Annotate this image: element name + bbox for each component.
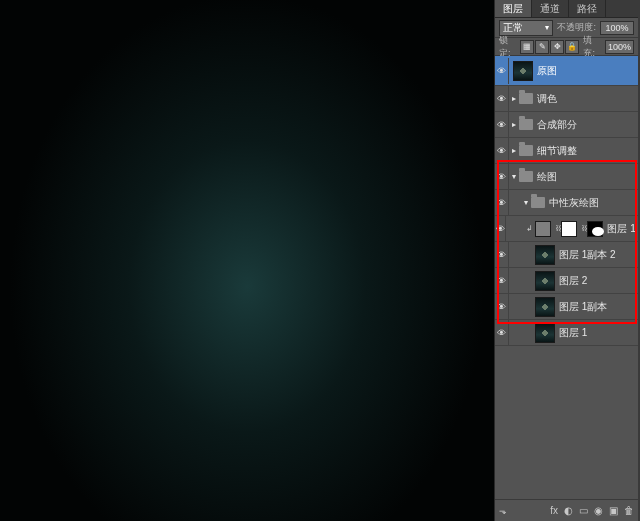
layer-thumbnail[interactable] bbox=[535, 323, 555, 343]
layer-original[interactable]: 👁 原图 bbox=[495, 56, 638, 86]
lock-transparent-icon[interactable]: ▦ bbox=[520, 40, 534, 54]
lock-pixels-icon[interactable]: ✎ bbox=[535, 40, 549, 54]
tab-paths[interactable]: 路径 bbox=[569, 0, 606, 17]
group-neutral-gray[interactable]: 👁 ▾ 中性灰绘图 bbox=[495, 190, 638, 216]
trash-icon[interactable]: 🗑 bbox=[624, 505, 634, 516]
folder-icon bbox=[519, 145, 533, 156]
folder-icon bbox=[519, 171, 533, 182]
layer-name[interactable]: 图层 2 bbox=[559, 274, 587, 288]
layer-list: 👁 原图 👁 ▸ 调色 👁 ▸ 合成部分 👁 ▸ 细节调整 👁 ▾ bbox=[495, 56, 638, 499]
group-icon[interactable]: ◉ bbox=[594, 505, 603, 516]
visibility-toggle[interactable]: 👁 bbox=[495, 112, 509, 138]
sublayer-1[interactable]: 👁 ↲ ⛓ ⛓ 图层 1... bbox=[495, 216, 638, 242]
fx-icon[interactable]: fx bbox=[550, 505, 558, 516]
layer-name[interactable]: 图层 1... bbox=[607, 222, 636, 236]
tab-channels[interactable]: 通道 bbox=[532, 0, 569, 17]
group-composite[interactable]: 👁 ▸ 合成部分 bbox=[495, 112, 638, 138]
lock-position-icon[interactable]: ✥ bbox=[550, 40, 564, 54]
layer-name[interactable]: 图层 1 bbox=[559, 326, 587, 340]
mask-thumbnail[interactable] bbox=[561, 221, 577, 237]
layer-thumbnail[interactable] bbox=[513, 61, 533, 81]
panel-tabs: 图层 通道 路径 bbox=[495, 0, 638, 18]
opacity-label: 不透明度: bbox=[557, 21, 596, 34]
visibility-toggle[interactable]: 👁 bbox=[495, 86, 509, 112]
group-name[interactable]: 中性灰绘图 bbox=[549, 196, 599, 210]
sublayer-4[interactable]: 👁 图层 1副本 bbox=[495, 294, 638, 320]
sublayer-3[interactable]: 👁 图层 2 bbox=[495, 268, 638, 294]
group-detail[interactable]: 👁 ▸ 细节调整 bbox=[495, 138, 638, 164]
visibility-toggle[interactable]: 👁 bbox=[495, 138, 509, 164]
visibility-toggle[interactable]: 👁 bbox=[495, 268, 509, 294]
panel-footer: ⬎ fx ◐ ▭ ◉ ▣ 🗑 bbox=[495, 499, 638, 521]
layer-name[interactable]: 图层 1副本 bbox=[559, 300, 607, 314]
layer-thumbnail[interactable] bbox=[535, 271, 555, 291]
tab-layers[interactable]: 图层 bbox=[495, 0, 532, 17]
folder-icon bbox=[531, 197, 545, 208]
visibility-toggle[interactable]: 👁 bbox=[495, 58, 509, 84]
disclosure-triangle[interactable]: ▾ bbox=[509, 172, 519, 181]
visibility-toggle[interactable]: 👁 bbox=[495, 190, 509, 216]
mask-thumbnail[interactable] bbox=[587, 221, 603, 237]
disclosure-triangle[interactable]: ▸ bbox=[509, 146, 519, 155]
sublayer-5[interactable]: 👁 图层 1 bbox=[495, 320, 638, 346]
layer-name[interactable]: 原图 bbox=[537, 64, 557, 78]
layer-name[interactable]: 图层 1副本 2 bbox=[559, 248, 616, 262]
lock-row: 锁定: ▦ ✎ ✥ 🔒 填充: 100% bbox=[495, 38, 638, 56]
group-name[interactable]: 调色 bbox=[537, 92, 557, 106]
visibility-toggle[interactable]: 👁 bbox=[495, 320, 509, 346]
disclosure-triangle[interactable]: ▾ bbox=[521, 198, 531, 207]
lock-all-icon[interactable]: 🔒 bbox=[565, 40, 579, 54]
clip-indicator-icon: ↲ bbox=[526, 224, 533, 233]
folder-icon bbox=[519, 93, 533, 104]
group-name[interactable]: 绘图 bbox=[537, 170, 557, 184]
visibility-toggle[interactable]: 👁 bbox=[495, 216, 506, 242]
opacity-field[interactable]: 100% bbox=[600, 21, 634, 35]
sublayer-2[interactable]: 👁 图层 1副本 2 bbox=[495, 242, 638, 268]
link-icon: ⛓ bbox=[582, 223, 586, 235]
mask-icon[interactable]: ◐ bbox=[564, 505, 573, 516]
layer-thumbnail[interactable] bbox=[535, 245, 555, 265]
layer-thumbnail[interactable] bbox=[535, 221, 551, 237]
blend-row: 正常 ▾ 不透明度: 100% bbox=[495, 18, 638, 38]
group-name[interactable]: 细节调整 bbox=[537, 144, 577, 158]
group-color[interactable]: 👁 ▸ 调色 bbox=[495, 86, 638, 112]
group-paint[interactable]: 👁 ▾ 绘图 bbox=[495, 164, 638, 190]
folder-icon bbox=[519, 119, 533, 130]
new-layer-icon[interactable]: ▣ bbox=[609, 505, 618, 516]
visibility-toggle[interactable]: 👁 bbox=[495, 242, 509, 268]
layers-panel: 图层 通道 路径 正常 ▾ 不透明度: 100% 锁定: ▦ ✎ ✥ 🔒 填充:… bbox=[494, 0, 638, 521]
visibility-toggle[interactable]: 👁 bbox=[495, 164, 509, 190]
disclosure-triangle[interactable]: ▸ bbox=[509, 120, 519, 129]
blend-mode-value: 正常 bbox=[503, 21, 523, 35]
fill-field[interactable]: 100% bbox=[605, 40, 634, 54]
disclosure-triangle[interactable]: ▸ bbox=[509, 94, 519, 103]
link-icon: ⛓ bbox=[556, 223, 560, 235]
group-name[interactable]: 合成部分 bbox=[537, 118, 577, 132]
lock-icons: ▦ ✎ ✥ 🔒 bbox=[520, 40, 579, 54]
document-canvas[interactable] bbox=[0, 0, 494, 521]
link-layers-icon[interactable]: ⬎ bbox=[499, 506, 507, 516]
adjustment-icon[interactable]: ▭ bbox=[579, 505, 588, 516]
layer-thumbnail[interactable] bbox=[535, 297, 555, 317]
chevron-down-icon: ▾ bbox=[545, 23, 549, 32]
visibility-toggle[interactable]: 👁 bbox=[495, 294, 509, 320]
